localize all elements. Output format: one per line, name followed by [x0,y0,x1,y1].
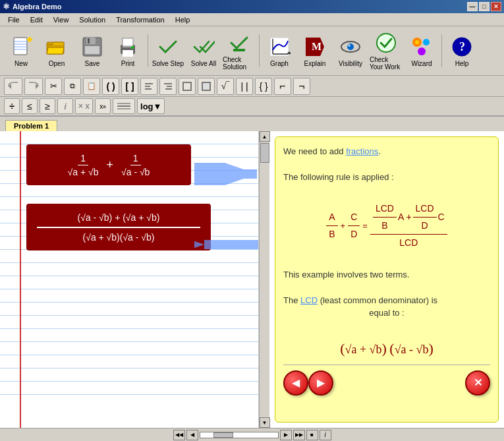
wizard-button[interactable]: Wizard [405,30,439,73]
menu-solution[interactable]: Solution [74,15,111,25]
back-button[interactable]: ◀ [283,370,308,396]
arrow-left [194,233,259,258]
info-status-btn[interactable]: i [320,430,331,440]
menu-transformation[interactable]: Transformation [111,15,170,25]
check-your-work-button[interactable]: Check Your Work [369,30,403,73]
explain-line4-end: equal to : [283,307,490,320]
prev-prev-btn[interactable]: ◀◀ [173,430,185,440]
fractions-link[interactable]: fractions [346,146,378,156]
svg-text:?: ? [459,40,465,53]
box2-btn[interactable] [198,78,215,95]
notebook-panel: 1 √a + √b + 1 √a - √b [0,131,259,428]
help-button[interactable]: ? Help [445,30,479,73]
close-button[interactable]: ✕ [491,2,501,11]
explain-button[interactable]: M Explain [298,30,332,73]
stop-btn[interactable]: ■ [306,430,318,440]
info-btn[interactable]: i [57,98,73,114]
main-area: 1 √a + √b + 1 √a - √b [0,131,504,428]
explain-text: We need to add fractions. The following … [283,145,490,396]
check-solution-button[interactable]: Check Solution [222,30,256,73]
scissors-btn[interactable]: ✂ [45,78,62,95]
separator-2 [259,34,260,67]
lcd-link[interactable]: LCD [300,295,318,305]
visibility-button[interactable]: Visibility [333,30,368,73]
toolbar3: ÷ ≤ ≥ i × x xa log▼ [0,97,504,117]
menu-file[interactable]: File [3,15,25,25]
log-btn[interactable]: log▼ [137,98,165,114]
next-next-btn[interactable]: ▶▶ [293,430,305,440]
solve-step-label: Solve Step [152,60,184,67]
print-button[interactable]: Print [111,30,145,73]
box-btn[interactable] [179,78,196,95]
open-button[interactable]: Open [40,30,74,73]
scroll-thumb-h[interactable] [213,432,233,438]
solve-all-button[interactable]: Solve All [186,30,221,73]
new-button[interactable]: New [4,30,38,73]
scroll-up-arrow[interactable]: ▲ [260,131,270,142]
menu-edit[interactable]: Edit [25,15,48,25]
bracket-btn[interactable]: [ ] [121,78,138,95]
main-toolbar: New Open Save [0,26,504,76]
tab-bar: Problem 1 [0,117,504,131]
next-btn[interactable]: ▶ [280,430,292,440]
copy-btn[interactable]: ⧉ [64,78,81,95]
menu-help[interactable]: Help [170,15,196,25]
problem1-tab[interactable]: Problem 1 [5,120,57,131]
forward-button[interactable]: ▶ [308,370,333,396]
check-your-work-label: Check Your Work [370,56,403,71]
svg-point-29 [423,39,430,45]
abs-btn[interactable]: | | [236,78,253,95]
close-explain-button[interactable]: ✕ [465,370,490,396]
solve-step-button[interactable]: Solve Step [151,30,185,73]
explain-line1: We need to add [283,146,346,156]
cross-btn[interactable]: × x [75,98,93,114]
nav-buttons: ◀ ▶ ✕ [283,370,490,396]
divide-btn[interactable]: ÷ [4,98,20,114]
maximize-button[interactable]: □ [479,2,490,11]
right-scrollbar: ▲ ▼ [259,131,269,428]
minimize-button[interactable]: — [467,2,478,11]
arrow-right [194,163,259,187]
svg-rect-11 [88,38,90,44]
graph-button[interactable]: Graph [262,30,296,73]
superscript-btn[interactable]: xa [95,98,111,114]
print-label: Print [121,60,135,67]
solve-all-icon [192,35,215,59]
solve-all-label: Solve All [191,60,216,67]
align-left-btn[interactable] [140,78,157,95]
scroll-down-arrow[interactable]: ▼ [260,417,270,428]
app-title: Algebra Demo [13,3,62,11]
geq-btn[interactable]: ≥ [40,98,55,114]
toolbar2: ✂ ⧉ 📋 ( ) [ ] √‾ | | { } ⌐ ¬ [0,76,504,97]
braces-btn[interactable]: { } [255,78,272,95]
graph-label: Graph [270,60,289,67]
menu-view[interactable]: View [48,15,74,25]
explain-icon: M [303,35,327,59]
fraction-btn[interactable] [113,98,135,114]
redo-btn[interactable] [24,78,43,95]
rbracket-btn[interactable]: ¬ [293,78,310,95]
forward-icon: ▶ [317,375,325,391]
prev-btn[interactable]: ◀ [186,430,198,440]
sqrt-btn[interactable]: √‾ [217,78,234,95]
check-solution-icon [227,31,251,55]
save-button[interactable]: Save [75,30,109,73]
lbracket-btn[interactable]: ⌐ [274,78,291,95]
explain-line1-end: . [378,146,381,156]
wizard-icon [410,35,434,59]
status-scroll: ◀◀ ◀ ▶ ▶▶ ■ i [173,430,331,440]
expression-1: 1 √a + √b + 1 √a - √b [26,144,191,185]
scroll-track [260,164,269,417]
align-right-btn[interactable] [159,78,177,95]
wizard-label: Wizard [411,60,432,67]
undo-btn[interactable] [4,78,22,95]
leq-btn[interactable]: ≤ [22,98,38,114]
paren-open-btn[interactable]: ( ) [102,78,119,95]
back-icon: ◀ [292,375,300,391]
svg-point-31 [415,40,419,44]
scroll-thumb[interactable] [260,143,269,163]
paste-btn[interactable]: 📋 [83,78,100,95]
fraction-2: 1 √a - √b [119,153,152,177]
scroll-track-h[interactable] [200,432,279,438]
separator-3 [441,34,442,67]
